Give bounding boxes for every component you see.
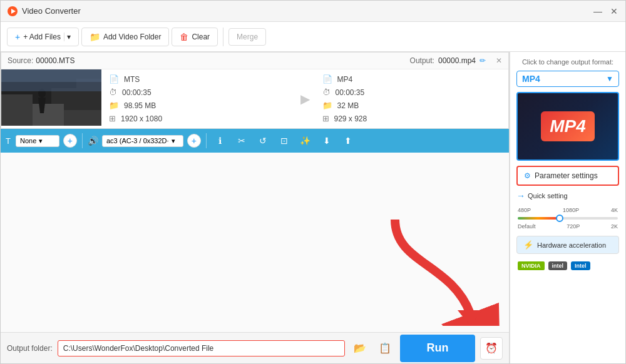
gpu-brands-row: NVIDIA intel Intel [516,259,619,273]
output-label-text: Output: [410,56,434,65]
source-duration-text: 00:00:35 [122,88,151,97]
file-item-body: 📄 MTS ⏱ 00:00:35 📁 98.95 MB ⊞ [1,69,508,128]
edit-toolbar: T None ▾ + 🔊 ac3 (AC-3 / 0x332D· ▾ + ℹ ✂… [1,129,509,153]
format-select-box[interactable]: MP4 ▼ [516,71,619,87]
drop-zone [1,153,509,332]
hw-accel-label: Hardware acceleration [537,241,606,249]
quality-slider-track[interactable] [518,217,618,220]
toolbar-separator [223,28,223,46]
open-folder-button[interactable]: 📋 [375,338,395,358]
nvidia-badge: NVIDIA [518,261,545,270]
source-duration-row: ⏱ 00:00:35 [109,88,288,97]
add-files-label: + Add Files [23,33,61,41]
file-item: Source: 00000.MTS Output: 00000.mp4 ✏ ✕ [1,52,509,129]
effect-button[interactable]: ✨ [297,132,314,149]
output-info: 📄 MP4 ⏱ 00:00:35 📁 32 MB ⊞ [315,69,509,128]
toolbar-sep1 [82,133,83,148]
label-480p: 480P [518,207,531,213]
window-title: Video Converter [22,6,593,16]
alarm-button[interactable]: ⏰ [480,337,503,360]
source-info: 📄 MTS ⏱ 00:00:35 📁 98.95 MB ⊞ [101,69,295,128]
settings-icon: ⚙ [524,171,531,180]
close-button[interactable]: ✕ [609,6,619,16]
bottom-bar: Output folder: 📂 📋 Run ⏰ [1,332,509,363]
add-audio-button[interactable]: + [187,134,201,148]
output-format-icon: 📄 [322,74,332,84]
run-button[interactable]: Run [400,335,475,362]
subtitle-select[interactable]: None ▾ [16,135,59,147]
audio-label: ac3 (AC-3 / 0x332D· [106,137,169,144]
main-area: Source: 00000.MTS Output: 00000.mp4 ✏ ✕ [1,52,625,363]
add-subtitle-button[interactable]: + [63,134,77,148]
close-file-icon[interactable]: ✕ [496,56,502,65]
output-size-text: 32 MB [337,101,359,110]
rotate-button[interactable]: ↺ [254,132,272,149]
titlebar: Video Converter — ✕ [1,1,625,22]
audio-speaker-icon: 🔊 [88,136,98,146]
clear-button[interactable]: 🗑 Clear [172,28,218,46]
hw-icon: ⚡ [523,240,533,250]
source-label: Source: [8,56,33,65]
source-size-text: 98.95 MB [124,101,156,110]
output-duration-text: 00:00:35 [336,88,365,97]
output-format-text: MP4 [337,75,353,84]
browse-folder-button[interactable]: 📂 [350,338,370,358]
folder-icon: 📁 [90,32,100,42]
resolution-icon: ⊞ [109,114,116,123]
output-format-hint: Click to change output format: [516,58,619,66]
intel-text: Intel [571,261,590,270]
window-controls: — ✕ [593,6,619,16]
svg-rect-6 [33,104,64,126]
output-duration-row: ⏱ 00:00:35 [322,88,501,97]
output-clock-icon: ⏱ [322,88,331,97]
svg-rect-5 [1,94,33,126]
subtitle-embed-button[interactable]: ⬆ [339,132,357,149]
source-size-row: 📁 98.95 MB [109,101,288,110]
slider-thumb[interactable] [556,215,563,222]
add-folder-button[interactable]: 📁 Add Video Folder [81,28,170,46]
merge-label: Merge [237,33,258,41]
info-button[interactable]: ℹ [212,132,229,149]
quality-slider-container: 480P 1080P 4K Default 720P 2K [516,206,619,231]
subtitle-dropdown-icon: ▾ [39,137,43,145]
text-icon: T [6,136,11,146]
file-item-header: Source: 00000.MTS Output: 00000.mp4 ✏ ✕ [1,53,508,69]
app-window: Video Converter — ✕ + + Add Files ▾ 📁 Ad… [0,0,626,364]
crop-button[interactable]: ⊡ [275,132,293,149]
output-format-row: 📄 MP4 [322,74,501,84]
quick-setting-header: → Quick setting [516,191,619,201]
output-section: Output: 00000.mp4 ✏ ✕ [410,56,502,65]
hardware-acceleration-button[interactable]: ⚡ Hardware acceleration [516,236,619,254]
right-panel: Click to change output format: MP4 ▼ MP4… [510,52,625,363]
size-icon: 📁 [109,101,119,110]
source-resolution-row: ⊞ 1920 x 1080 [109,114,288,123]
edit-output-icon[interactable]: ✏ [480,56,486,65]
output-path-input[interactable] [58,340,345,356]
parameter-settings-button[interactable]: ⚙ Parameter settings [516,166,619,186]
label-4k: 4K [611,207,618,213]
output-resolution-icon: ⊞ [322,114,329,123]
toolbar-sep2 [206,133,207,148]
subtitle-label: None [20,137,36,144]
watermark-button[interactable]: ⬇ [318,132,336,149]
quick-setting-label: Quick setting [528,192,568,200]
audio-select[interactable]: ac3 (AC-3 / 0x332D· ▾ [102,135,183,147]
format-preview: MP4 [516,92,619,161]
output-folder-label: Output folder: [7,344,53,353]
source-format-row: 📄 MTS [109,74,288,84]
svg-rect-7 [64,110,101,126]
video-thumbnail [1,69,101,126]
output-resolution-row: ⊞ 929 x 928 [322,114,501,123]
source-resolution-text: 1920 x 1080 [121,114,162,123]
label-default: Default [518,223,536,230]
minimize-button[interactable]: — [593,6,603,16]
add-files-button[interactable]: + + Add Files ▾ [7,28,79,46]
add-files-dropdown[interactable]: ▾ [64,33,71,41]
merge-button[interactable]: Merge [228,28,266,46]
clear-icon: 🗑 [180,32,188,42]
slider-labels-bottom: Default 720P 2K [516,223,619,230]
label-720p: 720P [567,223,580,230]
source-format-text: MTS [124,75,140,84]
intel-badge: intel [548,261,568,270]
trim-button[interactable]: ✂ [233,132,250,149]
